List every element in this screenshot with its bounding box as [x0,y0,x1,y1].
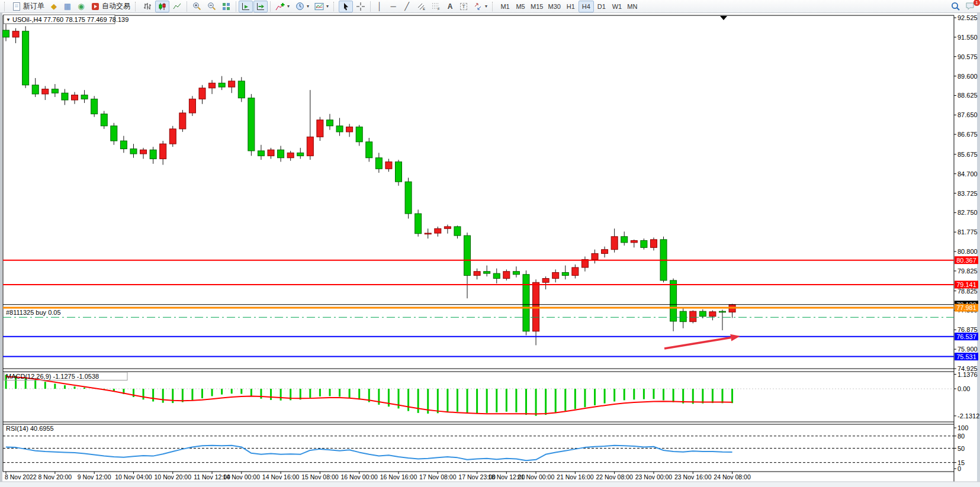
order-line-label: #8111325 buy 0.05 [6,309,61,316]
auto-trading-button[interactable]: 自动交易 [88,1,133,12]
svg-text:80.800: 80.800 [957,248,978,255]
toolbar-grip[interactable] [4,2,7,11]
chart-shift-button[interactable] [253,1,268,12]
timeframe-m1-button[interactable]: M1 [497,1,513,12]
text-label-button[interactable]: T [457,1,470,12]
svg-text:23 Nov 16:00: 23 Nov 16:00 [674,473,712,480]
cursor-button[interactable] [339,1,353,12]
tile-windows-icon [221,2,231,11]
svg-text:17 Nov 08:00: 17 Nov 08:00 [419,473,457,480]
timeframe-m5-button[interactable]: M5 [513,1,528,12]
toolbar-grip[interactable] [492,2,495,11]
svg-text:81.775: 81.775 [957,228,978,236]
svg-text:0.00: 0.00 [957,385,970,392]
svg-text:14 Nov 00:00: 14 Nov 00:00 [223,473,261,480]
timeframe-w1-button[interactable]: W1 [609,1,625,12]
timeframe-h1-button[interactable]: H1 [563,1,579,12]
svg-text:77.981: 77.981 [956,304,976,311]
symbol-dropdown-icon[interactable]: ▼ [6,17,11,22]
trend-line-icon: ╱ [404,2,409,10]
equidistant-channel-button[interactable]: E [414,1,428,12]
timeframe-h4-button[interactable]: H4 [579,1,594,12]
svg-text:84.700: 84.700 [957,170,978,178]
text-button[interactable]: A [444,1,457,12]
text-icon: A [448,2,453,11]
svg-text:10 Nov 20:00: 10 Nov 20:00 [155,473,192,480]
svg-text:82.750: 82.750 [957,209,978,216]
svg-text:75.531: 75.531 [956,353,976,360]
svg-text:87.650: 87.650 [957,111,978,118]
line-chart-mode-button[interactable] [170,1,184,12]
search-icon [951,2,960,11]
add-indicator-button[interactable]: ▾ [273,1,292,12]
svg-text:22 Nov 08:00: 22 Nov 08:00 [596,473,633,480]
rsi-label: RSI(14) 40.6955 [6,425,54,432]
svg-text:86.675: 86.675 [957,131,978,138]
chevron-down-icon: ▾ [307,4,309,9]
arrows-icon [473,2,483,11]
svg-text:24 Nov 08:00: 24 Nov 08:00 [714,473,751,480]
svg-text:88.625: 88.625 [957,92,978,99]
arrows-button[interactable]: ▾ [471,1,490,12]
fibonacci-icon: F [431,2,441,11]
chevron-down-icon: ▾ [485,4,487,9]
zoom-out-button[interactable] [204,1,219,12]
search-button[interactable] [949,1,963,12]
charts-button[interactable]: ▦ [61,1,74,12]
signal-button[interactable]: ◉ [75,1,88,12]
crosshair-button[interactable] [354,1,368,12]
fibonacci-button[interactable]: F [429,1,443,12]
market-watch-button[interactable]: ◆ [47,1,60,12]
svg-text:0: 0 [957,465,961,472]
timeframe-bar: M1M5M15M30H1H4D1W1MN [497,1,640,12]
svg-text:8 Nov 20:00: 8 Nov 20:00 [38,473,72,480]
macd-label: MACD(12,26,9) -1.1275 -1.0538 [6,373,99,380]
timeframe-m15-button[interactable]: M15 [528,1,545,12]
notification-badge: 1 [973,0,980,6]
text-label-icon: T [460,3,467,10]
candlestick-mode-button[interactable] [155,1,169,12]
new-order-button[interactable]: 新订单 [9,1,47,12]
horizontal-line-button[interactable]: ─ [387,1,400,12]
zoom-in-button[interactable] [189,1,204,12]
signal-icon: ◉ [78,2,84,10]
add-indicator-icon [275,2,285,11]
svg-text:21 Nov 16:00: 21 Nov 16:00 [557,473,594,480]
toolbar-grip[interactable] [333,2,336,11]
svg-text:92.525: 92.525 [957,14,978,21]
trend-line-button[interactable]: ╱ [400,1,413,12]
chevron-down-icon: ▾ [287,4,290,9]
svg-text:83.725: 83.725 [957,190,978,197]
chat-button[interactable]: 1 [963,1,978,12]
svg-text:76.875: 76.875 [957,326,978,333]
svg-text:79.141: 79.141 [956,281,976,288]
crosshair-icon [356,2,365,11]
svg-text:9 Nov 12:00: 9 Nov 12:00 [78,473,111,480]
auto-trading-icon [91,2,100,11]
svg-text:8 Nov 2022: 8 Nov 2022 [5,473,37,480]
templates-button[interactable]: ▾ [312,1,331,12]
bar-chart-icon [143,2,152,11]
cursor-icon [341,2,351,11]
bar-chart-mode-button[interactable] [140,1,155,12]
tile-windows-button[interactable] [219,1,233,12]
auto-scroll-button[interactable] [239,1,253,12]
svg-text:80: 80 [957,433,965,440]
toolbar-grip[interactable] [135,2,138,11]
zoom-out-icon [207,2,216,11]
timeframe-d1-button[interactable]: D1 [594,1,609,12]
chart-area[interactable]: 1.13760.00-2.1312 1008050150 92.52591.55… [0,13,980,487]
svg-text:21 Nov 00:00: 21 Nov 00:00 [518,473,555,480]
market-watch-icon: ◆ [51,2,57,10]
timeframe-mn-button[interactable]: MN [625,1,640,12]
svg-text:85.675: 85.675 [957,151,978,158]
timeframe-m30-button[interactable]: M30 [545,1,563,12]
candlestick-icon [158,2,167,11]
periods-button[interactable]: ▾ [293,1,311,12]
svg-text:79.825: 79.825 [957,267,978,275]
chevron-down-icon: ▾ [326,4,329,9]
svg-text:74.925: 74.925 [957,365,978,372]
vertical-line-button[interactable]: │ [373,1,386,12]
auto-trading-label: 自动交易 [102,1,130,11]
svg-text:89.600: 89.600 [957,73,978,80]
